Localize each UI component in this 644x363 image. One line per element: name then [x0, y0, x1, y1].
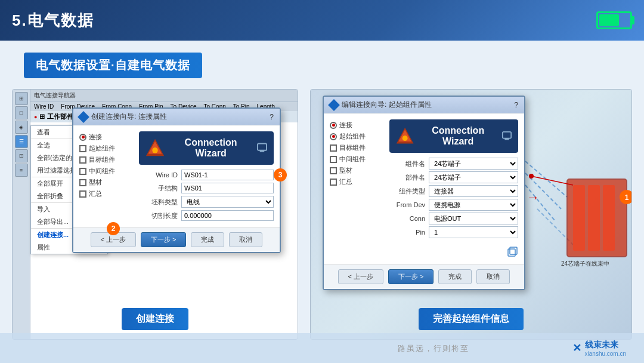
- main-content: ⊞ □ ◈ ☰ ⊡ ≡ 电气连接导航器 Wire ID From Device …: [0, 89, 644, 340]
- page-header: 5.电气数据: [0, 0, 644, 41]
- arrow-right: →: [527, 190, 540, 205]
- wizard-right-logo-svg: [395, 125, 414, 147]
- wizard-left-footer: < 上一步 下一步 > 完成 取消: [73, 227, 280, 252]
- r-select-fromdev[interactable]: 便携电源: [429, 199, 518, 211]
- nav-icon-1[interactable]: ⊞: [15, 92, 28, 105]
- btn-next-right[interactable]: 下一步 >: [388, 269, 434, 284]
- r-chk-target-comp[interactable]: [330, 144, 337, 152]
- r-label-pin: Pin: [389, 229, 425, 236]
- svg-text:24芯端子在线束中: 24芯端子在线束中: [561, 260, 609, 267]
- wizard-logo-svg: [145, 137, 165, 159]
- svg-rect-4: [260, 150, 265, 152]
- nav-icon-6[interactable]: ≡: [15, 164, 28, 177]
- wizard-right-main: Connection Wizard 组件名 24芯端子 部: [389, 119, 518, 258]
- chk-material[interactable]: [79, 179, 86, 186]
- wizard-left-logo: Connection Wizard: [139, 131, 274, 165]
- btn-cancel-right[interactable]: 取消: [476, 269, 510, 284]
- r-label-conn: Conn: [389, 215, 425, 222]
- radio-connect[interactable]: [79, 134, 86, 141]
- wizard-left-titlebar: 创建连接向导: 连接属性 ?: [73, 109, 280, 125]
- btn-finish-right[interactable]: 完成: [438, 269, 472, 284]
- left-badge: 创建连接: [122, 308, 188, 330]
- r-form-row-compname: 组件名 24芯端子: [389, 158, 518, 170]
- select-material-type[interactable]: 电线: [181, 196, 274, 208]
- r-option-summary-label: 汇总: [339, 177, 352, 186]
- nav-icon-2[interactable]: □: [15, 106, 28, 119]
- wizard-right-body: 连接 起始组件 目标组件 中间组件: [324, 113, 524, 264]
- left-panel: ⊞ □ ◈ ☰ ⊡ ≡ 电气连接导航器 Wire ID From Device …: [12, 89, 298, 340]
- option-mid-comp: 中间组件: [79, 165, 133, 177]
- btn-next-left[interactable]: 下一步 >: [141, 232, 186, 247]
- wizard-left-main: Connection Wizard Wire ID 子结: [139, 131, 274, 221]
- input-substructure[interactable]: [181, 183, 274, 193]
- wizard-right-logo-text: Connection Wizard: [419, 125, 497, 147]
- r-radio-connect[interactable]: [330, 122, 337, 129]
- r-option-mid-comp-label: 中间组件: [339, 155, 366, 164]
- nav-icon-4[interactable]: ☰: [15, 135, 28, 148]
- logo-x-icon: ✕: [572, 342, 581, 355]
- svg-rect-11: [588, 185, 600, 251]
- svg-rect-24: [510, 247, 517, 254]
- form-row-cut-length: 切割长度: [139, 210, 274, 221]
- r-option-connect: 连接: [330, 119, 383, 131]
- wizard-right-help[interactable]: ?: [514, 101, 518, 109]
- footer-logo-main: 线束未来: [585, 340, 626, 350]
- r-form-row-pin: Pin 1: [389, 226, 518, 238]
- battery-indicator: [596, 11, 632, 29]
- nav-icon-3[interactable]: ◈: [15, 121, 28, 134]
- input-cut-length[interactable]: [181, 210, 274, 221]
- wizard-right-titlebar: 编辑连接向导: 起始组件属性 ?: [324, 97, 524, 113]
- r-label-comptype: 组件类型: [389, 187, 425, 196]
- chk-start-comp[interactable]: [79, 145, 86, 152]
- battery-bar: [599, 14, 619, 26]
- subtitle-banner: 电气数据设置·自建电气数据: [24, 53, 202, 78]
- label-substructure: 子结构: [139, 184, 178, 193]
- r-select-comptype[interactable]: 连接器: [429, 185, 518, 197]
- wizard-right-title: 编辑连接向导: 起始组件属性: [342, 100, 432, 110]
- subtitle-section: 电气数据设置·自建电气数据: [0, 41, 644, 89]
- wizard-left-title: 创建连接向导: 连接属性: [91, 112, 167, 122]
- svg-rect-3: [258, 143, 267, 150]
- option-start-comp-label: 起始组件: [89, 144, 115, 153]
- col-wire-id: Wire ID: [34, 103, 54, 110]
- svg-point-2: [152, 147, 157, 153]
- r-label-partname: 部件名: [389, 173, 425, 182]
- r-select-conn[interactable]: 电源OUT: [429, 213, 518, 224]
- r-chk-summary[interactable]: [330, 179, 337, 186]
- chk-mid-comp[interactable]: [79, 168, 86, 175]
- option-summary: 汇总: [79, 188, 133, 199]
- wizard-left-logo-icon2: [256, 142, 268, 154]
- wizard-right-logo: Connection Wizard: [389, 119, 518, 153]
- option-material-label: 型材: [89, 178, 102, 187]
- right-panel: 1 24芯端子在线束中 编辑连接向导: 起始组件属性 ? 连接: [310, 89, 632, 340]
- r-form-row-partname: 部件名 24芯端子: [389, 171, 518, 183]
- r-option-target-comp: 目标组件: [330, 142, 383, 153]
- r-radio-start-comp[interactable]: [330, 133, 337, 140]
- chk-summary[interactable]: [79, 190, 86, 198]
- chk-target-comp[interactable]: [79, 156, 86, 164]
- btn-prev-right[interactable]: < 上一步: [338, 269, 383, 284]
- wizard-left-sidebar: 连接 起始组件 目标组件 中间组件: [79, 131, 133, 221]
- option-start-comp: 起始组件: [79, 143, 133, 154]
- input-wireid[interactable]: [181, 170, 274, 180]
- r-select-partname[interactable]: 24芯端子: [429, 171, 518, 183]
- r-select-compname[interactable]: 24芯端子: [429, 158, 518, 170]
- wizard-dialog-right: 编辑连接向导: 起始组件属性 ? 连接 起始组件 目标组件: [323, 96, 525, 290]
- option-connect: 连接: [79, 131, 133, 143]
- form-row-wireid: Wire ID: [139, 170, 274, 180]
- copy-icon[interactable]: [506, 246, 518, 258]
- btn-finish-left[interactable]: 完成: [191, 232, 224, 247]
- r-option-summary: 汇总: [330, 176, 383, 187]
- label-material-type: 坯料类型: [139, 198, 178, 207]
- wizard-left-help[interactable]: ?: [270, 113, 274, 121]
- option-summary-label: 汇总: [89, 189, 102, 198]
- r-option-material: 型材: [330, 165, 383, 176]
- nav-icon-5[interactable]: ⊡: [15, 149, 28, 162]
- tree-section-label: ⊞: [39, 113, 45, 121]
- btn-cancel-left[interactable]: 取消: [229, 232, 262, 247]
- r-select-pin[interactable]: 1: [429, 226, 518, 238]
- r-chk-material[interactable]: [330, 167, 337, 174]
- footer-logo-text-container: 线束未来 xianshu.com.cn: [585, 340, 626, 357]
- option-connect-label: 连接: [89, 133, 102, 141]
- r-chk-mid-comp[interactable]: [330, 156, 337, 163]
